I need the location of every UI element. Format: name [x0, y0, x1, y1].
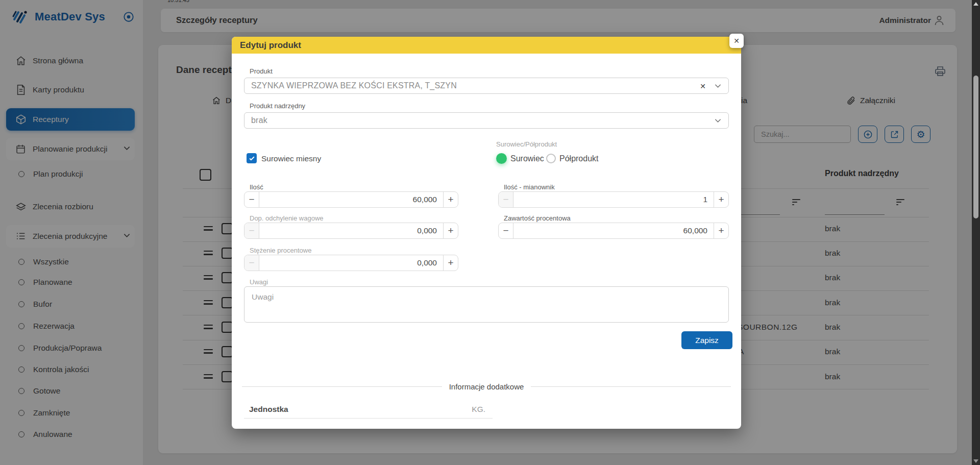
page-scrollbar[interactable] — [972, 0, 980, 465]
close-icon: ✕ — [733, 37, 740, 45]
ilosc-mianownik-stepper: − 1 + — [498, 191, 729, 208]
dop-odchylenie-stepper: − 0,000 + — [244, 223, 458, 239]
produkt-nadrzedny-value: brak — [251, 116, 267, 125]
minus-button[interactable]: − — [499, 223, 513, 238]
scroll-down-arrow[interactable] — [973, 459, 978, 463]
produkt-nadrzedny-label: Produkt nadrzędny — [250, 102, 305, 110]
modal-header: Edytuj produkt — [232, 37, 741, 54]
save-button[interactable]: Zapisz — [681, 331, 732, 349]
ilosc-value[interactable]: 60,000 — [259, 192, 443, 207]
plus-button[interactable]: + — [443, 192, 458, 207]
minus-button[interactable]: − — [244, 223, 259, 238]
section-divider-label: Informacje dodatkowe — [442, 382, 531, 391]
polprodukt-radio[interactable] — [546, 154, 556, 163]
ilosc-label: Ilość — [250, 183, 263, 191]
ilosc-mianownik-label: Ilość - mianownik — [504, 183, 555, 191]
minus-button[interactable]: − — [499, 192, 513, 207]
scroll-up-arrow[interactable] — [973, 2, 978, 6]
unit-label: Jednostka — [249, 405, 288, 414]
zawartosc-stepper: − 60,000 + — [498, 223, 729, 239]
produkt-nadrzedny-select[interactable]: brak — [244, 112, 729, 129]
clear-icon[interactable]: ✕ — [700, 82, 706, 90]
stezenie-value[interactable]: 0,000 — [259, 255, 443, 271]
modal-close-button[interactable]: ✕ — [729, 34, 744, 48]
produkt-value: SZYNKA WIEPRZOWA BEZ KOŚCI EKSTRA, T_SZY… — [251, 81, 457, 90]
chevron-down-icon — [715, 118, 721, 123]
unit-value: KG. — [472, 405, 485, 414]
uwagi-textarea[interactable]: Uwagi — [244, 286, 729, 323]
surowiec-miesny-label: Surowiec miesny — [261, 154, 321, 163]
polprodukt-radio-label: Półprodukt — [559, 154, 599, 163]
stezenie-stepper: − 0,000 + — [244, 255, 458, 271]
ilosc-stepper: − 60,000 + — [244, 191, 458, 208]
stezenie-label: Stężenie procentowe — [250, 247, 311, 254]
produkt-label: Produkt — [250, 67, 273, 75]
scrollbar-thumb[interactable] — [973, 76, 978, 218]
minus-button[interactable]: − — [244, 192, 259, 207]
edit-product-modal: Edytuj produkt Produkt SZYNKA WIEPRZOWA … — [232, 37, 741, 429]
modal-title: Edytuj produkt — [240, 40, 301, 51]
zawartosc-label: Zawartość procentowa — [504, 214, 571, 222]
plus-button[interactable]: + — [443, 255, 458, 271]
section-divider: Informacje dodatkowe — [242, 382, 731, 391]
dop-odchylenie-value[interactable]: 0,000 — [259, 223, 443, 238]
app: 10:51:45 MeatDev Sys Strona główna — [0, 0, 980, 465]
plus-button[interactable]: + — [714, 192, 728, 207]
surowiec-polprodukt-label: Surowiec/Półprodukt — [496, 140, 557, 148]
minus-button[interactable]: − — [244, 255, 259, 271]
ilosc-mianownik-value[interactable]: 1 — [513, 192, 714, 207]
surowiec-radio-label: Surowiec — [510, 154, 544, 163]
dop-odchylenie-label: Dop. odchylenie wagowe — [250, 214, 324, 222]
produkt-select[interactable]: SZYNKA WIEPRZOWA BEZ KOŚCI EKSTRA, T_SZY… — [244, 78, 729, 94]
chevron-down-icon — [715, 84, 721, 88]
uwagi-placeholder: Uwagi — [252, 292, 728, 302]
surowiec-radio[interactable] — [496, 153, 507, 164]
surowiec-miesny-checkbox[interactable] — [247, 153, 257, 163]
zawartosc-value[interactable]: 60,000 — [513, 223, 714, 238]
info-row-jednostka: Jednostka KG. — [244, 400, 493, 419]
plus-button[interactable]: + — [714, 223, 728, 238]
uwagi-label: Uwagi — [250, 278, 268, 286]
plus-button[interactable]: + — [443, 223, 458, 238]
